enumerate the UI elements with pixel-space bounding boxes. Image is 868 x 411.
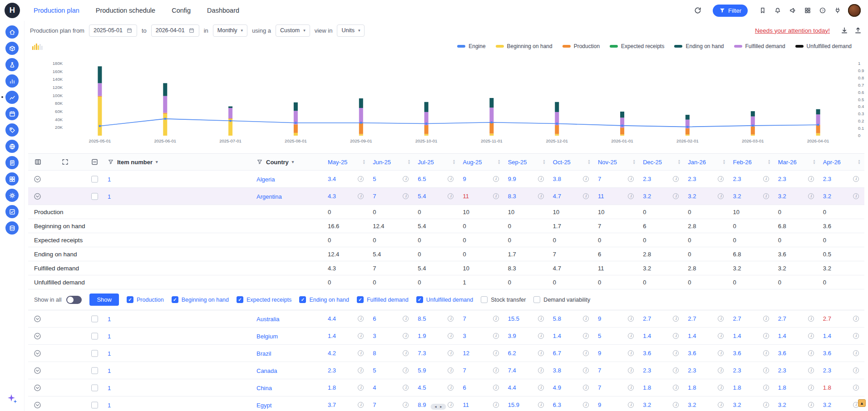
info-icon[interactable]: i [358,367,364,373]
info-icon[interactable]: i [808,333,814,339]
info-icon[interactable]: i [493,193,499,199]
info-icon[interactable]: i [493,402,499,408]
info-icon[interactable]: i [448,333,454,339]
sort-icon[interactable]: ▲▼ [362,159,365,165]
info-icon[interactable]: i [673,193,679,199]
row-expander-icon[interactable] [34,349,41,357]
cell-value[interactable]: 2.7 [733,315,741,322]
info-icon[interactable]: i [808,193,814,199]
sort-icon[interactable]: ▲▼ [632,159,636,165]
item-number-link[interactable]: 1 [108,176,111,183]
info-icon[interactable]: i [808,316,814,322]
country-link[interactable]: Canada [256,367,277,374]
cell-value[interactable]: 1.4 [823,333,831,339]
cell-value[interactable]: 4.5 [418,384,426,391]
info-icon[interactable]: i [448,193,454,199]
info-icon[interactable]: i [718,402,724,408]
info-icon[interactable]: i [358,193,364,199]
country-link[interactable]: Egypt [256,402,271,409]
cell-value[interactable]: 1.8 [328,384,336,391]
info-icon[interactable]: i [763,316,769,322]
cell-value[interactable]: 5.9 [418,367,426,374]
cell-value[interactable]: 2.3 [643,367,651,374]
cell-value[interactable]: 1.8 [643,384,651,391]
cell-value[interactable]: 3.2 [823,401,831,408]
row-checkbox[interactable] [91,384,98,391]
cell-value[interactable]: 2.3 [823,176,831,182]
cell-value[interactable]: 1.8 [778,384,786,391]
cell-value[interactable]: 3.8 [553,367,561,374]
measure-checkbox-beginning-on-hand[interactable]: ✓Beginning on hand [172,296,229,303]
month-header-jun-25[interactable]: Jun-25▲▼ [369,159,414,166]
cell-value[interactable]: 1.4 [328,333,336,339]
country-link[interactable]: Australia [256,316,280,323]
info-icon[interactable]: i [583,176,589,182]
row-expander-icon[interactable] [34,401,41,409]
date-from-input[interactable]: 2025-05-01 [89,24,137,37]
horizontal-scroll-handle[interactable]: ◄► [430,404,446,410]
apps-icon[interactable] [803,6,812,15]
cell-value[interactable]: 5.4 [418,193,426,200]
cell-value[interactable]: 1.8 [733,384,741,391]
info-icon[interactable]: i [628,402,634,408]
info-icon[interactable]: i [538,193,544,199]
cell-value[interactable]: 11 [463,401,469,408]
cell-value[interactable]: 11 [598,193,604,200]
cell-value[interactable]: 8 [373,350,376,357]
chart-type-icon[interactable] [32,42,44,53]
info-icon[interactable]: i [493,385,499,391]
info-icon[interactable]: i [358,176,364,182]
cell-value[interactable]: 4.4 [508,384,516,391]
sort-icon[interactable]: ▲▼ [587,159,591,165]
info-icon[interactable]: i [718,367,724,373]
tab-config[interactable]: Config [172,7,191,14]
info-icon[interactable]: i [358,350,364,356]
month-header-oct-25[interactable]: Oct-25▲▼ [549,159,594,166]
info-icon[interactable]: i [673,316,679,322]
measure-checkbox-fulfilled-demand[interactable]: ✓Fulfilled demand [357,296,409,303]
info-icon[interactable]: i [538,333,544,339]
country-header[interactable]: Country ▾ [253,159,324,166]
info-icon[interactable]: i [628,385,634,391]
row-checkbox[interactable] [91,350,98,357]
cell-value[interactable]: 2.3 [733,176,741,182]
cell-value[interactable]: 11 [463,193,469,200]
cell-value[interactable]: 7 [373,193,376,200]
month-header-aug-25[interactable]: Aug-25▲▼ [459,159,504,166]
info-icon[interactable]: i [673,333,679,339]
info-icon[interactable]: i [493,350,499,356]
item-number-header[interactable]: Item number ▾ [104,159,253,166]
cell-value[interactable]: 2.3 [733,367,741,374]
tasks-icon[interactable] [5,205,19,218]
info-icon[interactable]: i [493,367,499,373]
info-icon[interactable]: i [763,402,769,408]
item-number-link[interactable]: 1 [108,402,111,409]
cell-value[interactable]: 5 [373,367,376,374]
cell-value[interactable]: 9 [598,350,601,357]
month-header-mar-26[interactable]: Mar-26▲▼ [774,159,819,166]
cell-value[interactable]: 1.4 [733,333,741,339]
cell-value[interactable]: 6.5 [418,176,426,182]
cell-value[interactable]: 15.9 [508,401,519,408]
cell-value[interactable]: 1.4 [778,333,786,339]
show-in-all-toggle[interactable] [66,296,82,304]
view-select[interactable]: Custom ▾ [276,24,310,37]
info-icon[interactable]: i [763,385,769,391]
item-number-link[interactable]: 1 [108,385,111,391]
sparkle-icon[interactable] [5,392,19,406]
filter-button[interactable]: Filter [713,5,748,17]
info-icon[interactable]: i [583,385,589,391]
cell-value[interactable]: 3.2 [733,401,741,408]
cell-value[interactable]: 9 [598,401,601,408]
info-icon[interactable]: i [403,367,409,373]
measure-checkbox-expected-receipts[interactable]: ✓Expected receipts [237,296,291,303]
info-icon[interactable]: i [583,333,589,339]
cell-value[interactable]: 5 [373,176,376,182]
cell-value[interactable]: 2.7 [688,315,696,322]
info-icon[interactable]: i [718,333,724,339]
info-icon[interactable]: i [403,350,409,356]
filter-funnel-icon[interactable] [108,159,114,165]
info-icon[interactable]: i [808,402,814,408]
tag-icon[interactable] [5,123,19,137]
info-icon[interactable]: i [358,316,364,322]
